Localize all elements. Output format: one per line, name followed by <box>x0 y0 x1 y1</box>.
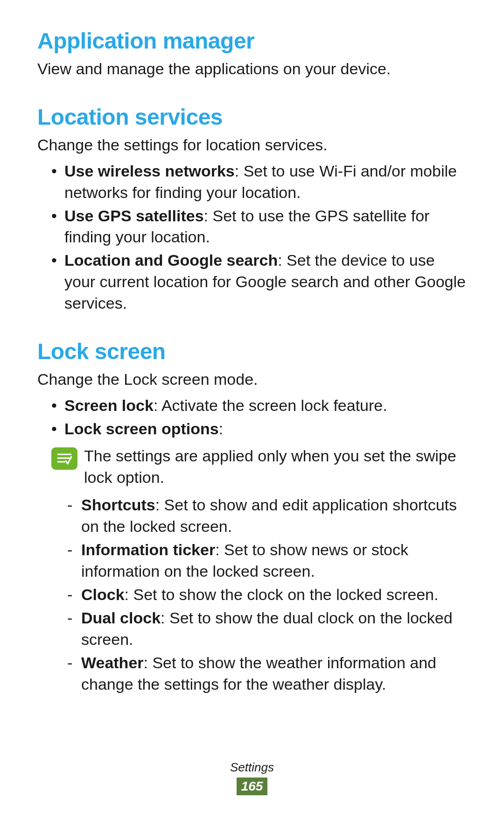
list-item: Use GPS satellites: Set to use the GPS s… <box>51 205 467 248</box>
footer-page-number: 165 <box>237 778 268 795</box>
item-label: Dual clock <box>81 609 161 627</box>
heading-application-manager: Application manager <box>37 28 467 54</box>
list-item: Shortcuts: Set to show and edit applicat… <box>67 495 467 537</box>
item-label: Lock screen options <box>64 420 219 438</box>
item-label: Information ticker <box>81 541 215 558</box>
list-item: Dual clock: Set to show the dual clock o… <box>67 608 467 650</box>
list-lock-screen: Screen lock: Activate the screen lock fe… <box>37 395 467 440</box>
page-footer: Settings 165 <box>0 760 504 795</box>
list-location-services: Use wireless networks: Set to use Wi-Fi … <box>37 161 467 314</box>
note-text: The settings are applied only when you s… <box>84 445 467 488</box>
heading-lock-screen: Lock screen <box>37 339 467 364</box>
item-label: Clock <box>81 586 125 603</box>
desc-location-services: Change the settings for location service… <box>37 134 467 156</box>
item-label: Use wireless networks <box>64 162 235 180</box>
list-item: Screen lock: Activate the screen lock fe… <box>51 395 467 417</box>
item-label: Weather <box>81 654 144 671</box>
item-label: Use GPS satellites <box>64 207 204 225</box>
list-item: Clock: Set to show the clock on the lock… <box>67 584 467 606</box>
list-item: Weather: Set to show the weather informa… <box>67 652 467 695</box>
item-label: Screen lock <box>64 396 154 414</box>
sublist-lock-options: Shortcuts: Set to show and edit applicat… <box>37 495 467 695</box>
footer-category: Settings <box>0 760 504 775</box>
note-icon <box>51 447 77 470</box>
list-item: Lock screen options: <box>51 418 467 440</box>
item-text: : Activate the screen lock feature. <box>154 396 387 414</box>
item-text: : Set to show the clock on the locked sc… <box>125 586 439 603</box>
list-item: Information ticker: Set to show news or … <box>67 539 467 582</box>
item-label: Shortcuts <box>81 496 155 514</box>
item-text: : <box>219 420 223 438</box>
desc-application-manager: View and manage the applications on your… <box>37 58 467 80</box>
list-item: Use wireless networks: Set to use Wi-Fi … <box>51 161 467 204</box>
item-label: Location and Google search <box>64 251 278 269</box>
heading-location-services: Location services <box>37 104 467 130</box>
manual-page: Application manager View and manage the … <box>0 0 504 827</box>
note-row: The settings are applied only when you s… <box>51 445 467 488</box>
desc-lock-screen: Change the Lock screen mode. <box>37 369 467 390</box>
list-item: Location and Google search: Set the devi… <box>51 250 467 314</box>
